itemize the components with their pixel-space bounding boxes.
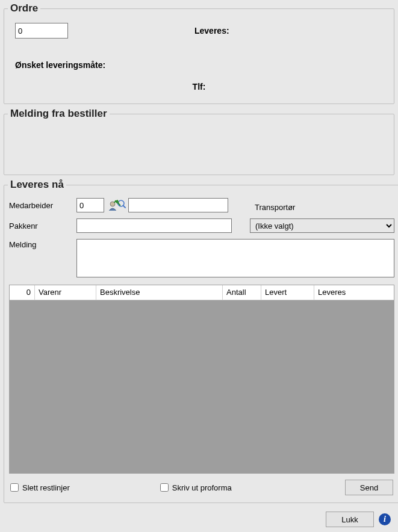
transportor-select[interactable]: (Ikke valgt) [250,218,394,233]
svg-line-2 [123,206,126,208]
medarbeider-label: Medarbeider [9,201,76,210]
leveres-label: Leveres: [194,26,229,36]
melding-fra-bestiller-group: Melding fra bestiller [4,108,394,175]
melding-label: Melding [9,239,76,249]
leveres-na-group: Leveres nå Medarbeider [4,179,398,503]
transportor-label: Transportør [250,203,394,212]
medarbeider-id-input[interactable] [76,198,104,212]
lukk-button[interactable]: Lukk [326,512,374,527]
th-antall[interactable]: Antall [223,285,261,300]
th-index[interactable]: 0 [10,285,35,300]
pakkenr-input[interactable] [76,218,232,233]
melding-fra-bestiller-legend: Melding fra bestiller [8,108,110,120]
th-leveres[interactable]: Leveres [314,285,394,300]
send-button[interactable]: Send [345,480,393,495]
lines-table[interactable]: 0 Varenr Beskrivelse Antall Levert Lever… [9,285,394,474]
medarbeider-name-input[interactable] [128,198,228,212]
table-header: 0 Varenr Beskrivelse Antall Levert Lever… [10,285,394,300]
info-icon[interactable]: i [379,513,391,525]
pakkenr-label: Pakkenr [9,221,76,230]
ordre-legend: Ordre [8,2,40,14]
tlf-label: Tlf: [15,82,383,91]
th-beskrivelse[interactable]: Beskrivelse [96,285,223,300]
melding-textarea[interactable] [76,239,394,277]
slett-restlinjer-label: Slett restlinjer [22,483,70,492]
ordre-group: Ordre Leveres: Ønsket leveringsmåte: Tlf… [4,2,394,104]
th-varenr[interactable]: Varenr [35,285,96,300]
slett-restlinjer-input[interactable] [10,483,19,492]
table-body[interactable] [10,300,394,473]
skriv-ut-proforma-input[interactable] [160,483,169,492]
user-search-icon [108,199,126,212]
leveres-na-legend: Leveres nå [8,179,66,191]
onsket-leveringsmate-label: Ønsket leveringsmåte: [15,60,383,70]
ordre-number-input[interactable] [15,23,68,39]
medarbeider-lookup-button[interactable] [107,198,127,212]
skriv-ut-proforma-checkbox[interactable]: Skriv ut proforma [160,483,232,492]
slett-restlinjer-checkbox[interactable]: Slett restlinjer [10,483,70,492]
th-levert[interactable]: Levert [261,285,314,300]
skriv-ut-proforma-label: Skriv ut proforma [172,483,232,492]
